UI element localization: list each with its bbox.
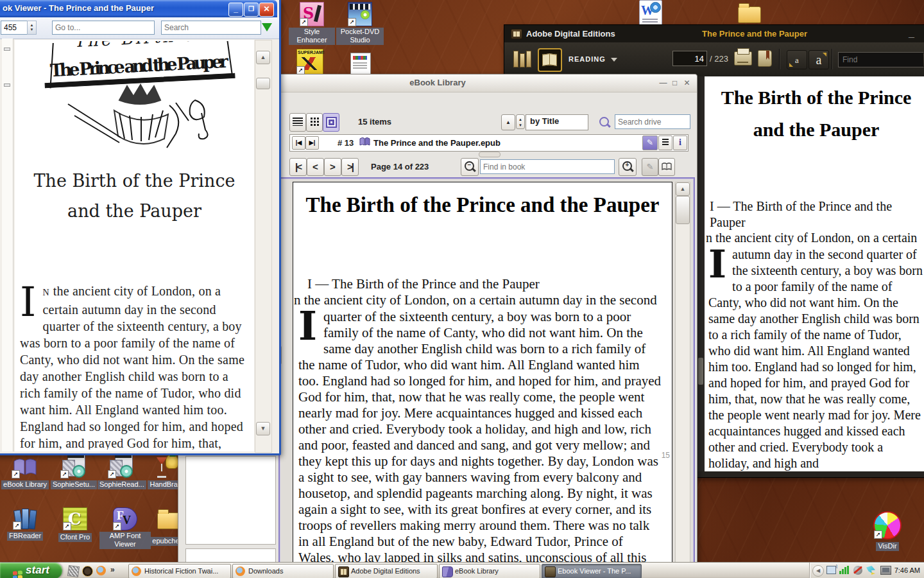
desktop-icon-sophiereader[interactable]: ➚ SophieRead... <box>98 455 145 489</box>
taskbar-button-ebook-library[interactable]: eBook Library <box>439 564 540 578</box>
tray-chevron-button[interactable]: ◀ <box>812 565 824 577</box>
item-title[interactable]: The Prince and the Pauper.epub <box>373 138 501 148</box>
page-scrollbar[interactable]: ▲ <box>675 182 690 567</box>
decrease-font-button[interactable]: a <box>787 50 807 69</box>
viewer-minimize-button[interactable]: _ <box>228 3 243 17</box>
desktop-icon-cfont-pro[interactable]: C ➚ Cfont Pro <box>51 507 99 542</box>
ade-scroll-thumb[interactable] <box>698 358 703 385</box>
next-item-button[interactable]: ▶| <box>305 136 319 150</box>
toolbar-separator <box>779 49 780 69</box>
taskbar-button-firefox-1[interactable]: Historical Fiction Twai... <box>128 564 231 578</box>
desktop-icon-label: AMP Font Viewer <box>99 532 151 549</box>
list-view-button[interactable] <box>289 113 306 132</box>
tray-blocked-icon[interactable] <box>853 566 862 575</box>
small-cap: N <box>42 288 49 297</box>
ade-find-input[interactable] <box>838 52 924 67</box>
quicklaunch-firefox-icon[interactable] <box>96 566 106 575</box>
scroll-up-button[interactable]: ▲ <box>676 182 690 196</box>
body-first-line: n the ancient city of London, on a certa… <box>706 231 917 245</box>
system-tray: ◀ ⌇ 7:46 AM <box>809 563 924 578</box>
desktop-icon-label: Pocket-DVD Studio <box>336 28 384 45</box>
sort-spinner[interactable]: ▲▼ <box>516 114 525 129</box>
tray-network-icon[interactable]: ⌇ <box>826 566 836 574</box>
viewer-search-input[interactable] <box>161 21 261 35</box>
library-minimize-button[interactable]: — <box>658 78 669 88</box>
ade-scroll-strip[interactable] <box>697 76 705 471</box>
taskbar-button-firefox-2[interactable]: Downloads <box>232 564 334 578</box>
grid-view-button[interactable] <box>306 113 323 132</box>
start-button[interactable]: start <box>0 563 62 578</box>
library-maximize-button[interactable]: □ <box>669 78 680 88</box>
library-view-icon[interactable] <box>513 51 533 67</box>
zoom-in-button[interactable]: + <box>619 158 637 176</box>
reading-mode-label[interactable]: READING <box>569 55 606 63</box>
reading-dropdown-icon[interactable] <box>611 58 617 62</box>
page-list-button[interactable] <box>658 136 672 150</box>
ade-minimize-button[interactable]: _ <box>909 28 914 39</box>
desktop-icon-amp-font-viewer[interactable]: F V ➚ AMP Font Viewer <box>99 507 151 549</box>
last-page-button[interactable]: >| <box>341 158 359 176</box>
reading-view-button[interactable] <box>538 48 562 72</box>
taskbar-button-ade[interactable]: Adobe Digital Editions <box>335 564 438 578</box>
pocket-dvd-icon: ➚ <box>348 2 372 26</box>
desktop-icon-document[interactable] <box>340 53 381 76</box>
cover-view-button[interactable] <box>323 113 339 132</box>
search-go-icon[interactable] <box>262 23 272 31</box>
ade-titlebar[interactable]: Adobe Digital Editions The Prince and th… <box>504 25 924 42</box>
viewer-left-strip[interactable] <box>2 39 13 451</box>
annotate-button[interactable]: ✎ <box>642 136 658 150</box>
desktop-icon-pocket-dvd[interactable]: ➚ Pocket-DVD Studio <box>336 2 384 45</box>
desktop-icon-superjam[interactable]: SUPERJAM! ➚ <box>286 49 334 74</box>
highlighter-button[interactable]: ✎ <box>642 158 658 176</box>
previous-item-button[interactable]: |◀ <box>292 136 305 150</box>
spinner-arrows[interactable]: ▲▼ <box>27 21 37 35</box>
viewer-titlebar[interactable]: ok Viewer - The Prince and the Pauper _ … <box>0 0 277 17</box>
cover-view-icon <box>326 117 337 128</box>
sort-by-field[interactable]: by Title <box>526 114 588 130</box>
first-page-button[interactable]: |< <box>289 158 307 176</box>
find-in-book-input[interactable] <box>480 159 615 174</box>
search-icon <box>599 117 609 127</box>
superjam-icon: SUPERJAM! ➚ <box>296 49 323 74</box>
shortcut-arrow-icon: ➚ <box>874 530 882 539</box>
scroll-thumb[interactable] <box>256 78 270 89</box>
tray-display-icon[interactable] <box>880 566 891 575</box>
zoom-out-button[interactable]: − <box>461 158 479 176</box>
viewer-scrollbar[interactable]: ▲ ▼ <box>255 40 272 453</box>
library-search-input[interactable] <box>615 114 690 129</box>
desktop-icon-sophiesetup[interactable]: ➚ SophieSetu... <box>50 455 98 489</box>
next-page-button[interactable]: > <box>324 158 341 176</box>
quicklaunch-desktop-icon[interactable] <box>67 565 80 577</box>
desktop-icon-fbreader[interactable]: ➚ FBReader <box>0 507 50 541</box>
quicklaunch-dial-icon[interactable] <box>82 566 93 577</box>
print-icon[interactable] <box>734 51 752 66</box>
library-close-button[interactable]: ✕ <box>681 78 692 88</box>
tray-bird-icon[interactable] <box>866 566 877 575</box>
scroll-up-button[interactable]: ▲ <box>256 51 270 64</box>
bookmark-icon[interactable] <box>758 50 772 67</box>
viewer-maximize-button[interactable]: ❐ <box>244 3 259 17</box>
shortcut-arrow-icon: ➚ <box>300 18 308 26</box>
ade-page-input[interactable] <box>672 51 707 66</box>
quicklaunch-overflow-chevron[interactable]: » <box>110 565 115 574</box>
prev-page-button[interactable]: < <box>307 158 324 176</box>
body-text: IN the ancient city of London, on a cert… <box>20 283 246 450</box>
tray-wireless-icon[interactable] <box>839 566 850 574</box>
sort-direction-button[interactable]: ▲ <box>501 114 515 130</box>
desktop-icon-visdir[interactable]: ➚ VisDir <box>863 511 912 551</box>
tray-clock: 7:46 AM <box>894 566 920 574</box>
panel-splitter-handle[interactable] <box>479 152 501 157</box>
viewer-close-button[interactable]: ✕ <box>259 3 274 17</box>
increase-font-button[interactable]: a <box>809 50 829 69</box>
desktop-icon-word-doc[interactable]: W <box>628 0 674 26</box>
cfont-pro-icon: C ➚ <box>63 507 87 530</box>
scroll-thumb[interactable] <box>676 196 690 224</box>
desktop-icon-label: Cfont Pro <box>58 533 92 542</box>
desktop-icon-style-enhancer[interactable]: S ➚ Style Enhancer <box>289 2 335 45</box>
book-view-button[interactable] <box>658 158 675 176</box>
taskbar-button-ebook-viewer[interactable]: Ebook Viewer - The P... <box>542 564 642 578</box>
info-button[interactable]: i <box>673 136 687 150</box>
scroll-down-button[interactable]: ▼ <box>256 422 270 435</box>
desktop-icon-ebook-library[interactable]: ➚ eBook Library <box>0 457 50 489</box>
goto-input[interactable] <box>52 21 155 35</box>
